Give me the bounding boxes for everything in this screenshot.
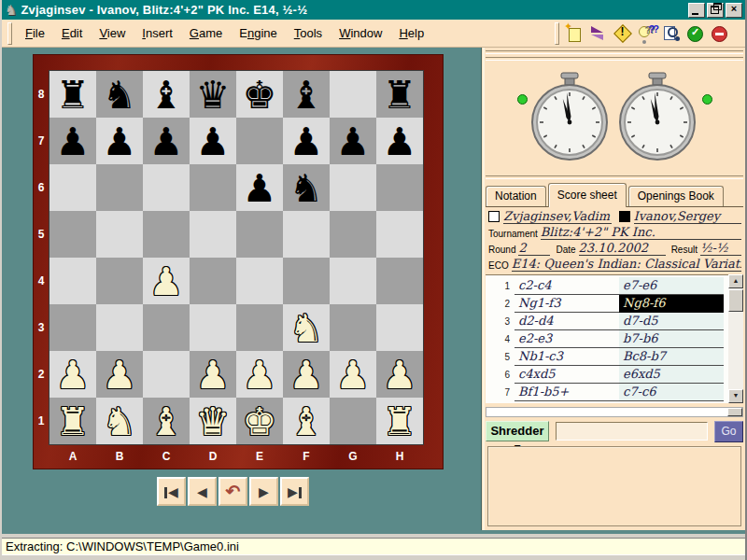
tab-openings-book[interactable]: Openings Book <box>628 186 724 206</box>
eco-field[interactable]: E14: Queen's Indian: Classical Variation… <box>512 257 741 272</box>
move-black-1[interactable]: e7-e6 <box>619 277 724 295</box>
menu-item-view[interactable]: View <box>92 23 133 43</box>
square-g8[interactable] <box>330 71 376 118</box>
square-d4[interactable] <box>190 258 236 304</box>
white-player-field[interactable]: Zvjaginsev,Vadim <box>503 209 612 224</box>
black-player-field[interactable]: Ivanov,Sergey <box>634 209 742 224</box>
toolbar-grip[interactable] <box>555 22 559 45</box>
square-c8[interactable]: ♝ <box>143 71 190 118</box>
square-d2[interactable]: ♟ <box>190 351 236 398</box>
menu-item-help[interactable]: Help <box>391 23 431 43</box>
last-move-button[interactable]: ▶ <box>280 477 309 506</box>
menu-item-engine[interactable]: Engine <box>232 23 284 43</box>
close-button[interactable]: × <box>726 3 742 18</box>
square-a7[interactable]: ♟ <box>49 118 96 164</box>
square-a1[interactable]: ♜ <box>49 398 96 444</box>
square-f5[interactable] <box>283 211 330 258</box>
square-d8[interactable]: ♛ <box>190 71 236 118</box>
move-black-3[interactable]: d7-d5 <box>619 313 724 330</box>
previous-move-button[interactable]: ◀ <box>188 477 217 506</box>
move-black-7[interactable]: c7-c6 <box>619 384 724 401</box>
date-field[interactable]: 23.10.2002 <box>579 241 666 256</box>
square-e7[interactable] <box>236 118 283 164</box>
square-c7[interactable]: ♟ <box>143 118 190 164</box>
engine-command-input[interactable] <box>556 422 708 441</box>
square-a3[interactable] <box>49 304 96 351</box>
scrollbar-thumb[interactable] <box>728 289 743 312</box>
move-black-6[interactable]: e6xd5 <box>619 366 724 384</box>
square-e8[interactable]: ♚ <box>236 71 283 118</box>
square-d6[interactable] <box>190 164 236 211</box>
menu-item-tools[interactable]: Tools <box>287 23 330 43</box>
move-white-3[interactable]: d2-d4 <box>514 313 619 330</box>
square-b5[interactable] <box>96 211 143 258</box>
square-c2[interactable] <box>143 351 190 398</box>
menu-item-insert[interactable]: Insert <box>134 23 180 43</box>
move-list-scrollbar[interactable]: ▲ ▼ <box>728 274 743 403</box>
square-h8[interactable]: ♜ <box>376 71 423 118</box>
tab-score-sheet[interactable]: Score sheet <box>548 183 627 207</box>
square-c4[interactable]: ♟ <box>143 258 190 304</box>
square-g6[interactable] <box>330 164 376 211</box>
square-a2[interactable]: ♟ <box>49 351 96 398</box>
square-e2[interactable]: ♟ <box>236 351 283 398</box>
square-h1[interactable]: ♜ <box>376 398 423 444</box>
move-white-7[interactable]: Bf1-b5+ <box>514 384 619 401</box>
first-move-button[interactable]: ◀ <box>157 477 186 506</box>
horizontal-scrollbar[interactable] <box>486 407 743 417</box>
square-b1[interactable]: ♞ <box>96 398 143 444</box>
square-e1[interactable]: ♚ <box>236 398 283 444</box>
menu-item-window[interactable]: Window <box>331 23 389 43</box>
menu-item-file[interactable]: File <box>18 23 52 43</box>
square-f7[interactable]: ♟ <box>283 118 330 164</box>
result-field[interactable]: ½-½ <box>700 241 741 256</box>
square-g3[interactable] <box>330 304 376 351</box>
square-e3[interactable] <box>236 304 283 351</box>
menubar-grip[interactable] <box>7 22 12 45</box>
round-field[interactable]: 2 <box>518 241 550 256</box>
move-white-6[interactable]: c4xd5 <box>514 366 619 384</box>
menu-item-edit[interactable]: Edit <box>54 23 90 43</box>
menu-item-game[interactable]: Game <box>182 23 230 43</box>
square-h2[interactable]: ♟ <box>376 351 423 398</box>
square-e6[interactable]: ♟ <box>236 164 283 211</box>
square-a6[interactable] <box>49 164 96 211</box>
square-b3[interactable] <box>96 304 143 351</box>
square-c3[interactable] <box>143 304 190 351</box>
square-c1[interactable]: ♝ <box>143 398 190 444</box>
black-player-checkbox[interactable] <box>619 211 630 222</box>
square-g7[interactable]: ♟ <box>330 118 376 164</box>
tournament-field[interactable]: Blitz:4'+2" PK Inc. <box>541 225 741 240</box>
square-h3[interactable] <box>376 304 423 351</box>
move-black-2[interactable]: Ng8-f6 <box>619 295 724 313</box>
square-b8[interactable]: ♞ <box>96 71 143 118</box>
square-b7[interactable]: ♟ <box>96 118 143 164</box>
move-now-icon[interactable] <box>613 24 631 42</box>
tab-notation[interactable]: Notation <box>486 186 546 206</box>
square-f3[interactable]: ♞ <box>283 304 330 351</box>
square-g5[interactable] <box>330 211 376 258</box>
restore-button[interactable] <box>707 3 724 18</box>
square-h7[interactable]: ♟ <box>376 118 423 164</box>
square-b2[interactable]: ♟ <box>96 351 143 398</box>
analyze-icon[interactable] <box>662 24 680 42</box>
square-a4[interactable] <box>49 258 96 304</box>
new-game-icon[interactable] <box>565 24 583 42</box>
square-h5[interactable] <box>376 211 423 258</box>
square-d7[interactable]: ♟ <box>190 118 236 164</box>
move-white-1[interactable]: c2-c4 <box>514 277 619 295</box>
square-d1[interactable]: ♛ <box>190 398 236 444</box>
square-h4[interactable] <box>376 258 423 304</box>
square-b4[interactable] <box>96 258 143 304</box>
scroll-up-icon[interactable]: ▲ <box>728 274 743 288</box>
square-f4[interactable] <box>283 258 330 304</box>
square-e4[interactable] <box>236 258 283 304</box>
square-a8[interactable]: ♜ <box>49 71 96 118</box>
move-white-4[interactable]: e2-e3 <box>514 330 619 348</box>
square-f2[interactable]: ♟ <box>283 351 330 398</box>
move-white-5[interactable]: Nb1-c3 <box>514 348 619 366</box>
go-button[interactable]: Go <box>714 421 743 442</box>
square-f1[interactable]: ♝ <box>283 398 330 444</box>
engine-name-button[interactable]: Shredder 7 <box>486 421 549 441</box>
move-black-5[interactable]: Bc8-b7 <box>619 348 724 366</box>
